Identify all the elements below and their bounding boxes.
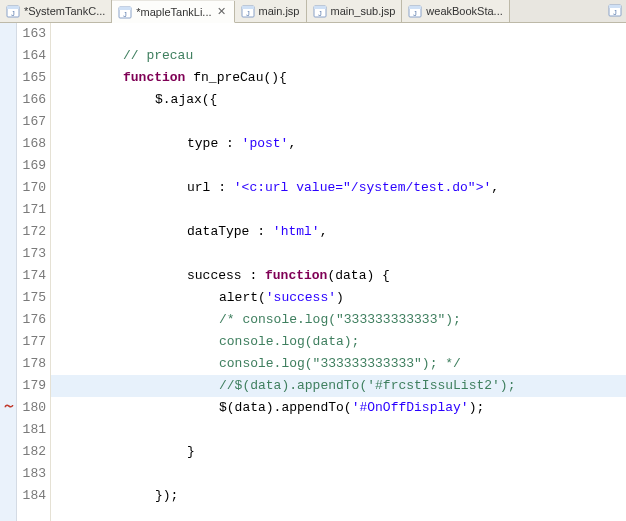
tab-label: weakBookSta... [426, 5, 502, 17]
code-line[interactable] [51, 155, 626, 177]
tab-label: *SystemTankC... [24, 5, 105, 17]
svg-text:J: J [246, 10, 250, 17]
editor-tab[interactable]: J main.jsp [235, 0, 307, 22]
svg-text:J: J [318, 10, 322, 17]
code-token: 'post' [242, 136, 289, 151]
code-line[interactable]: console.log(data); [51, 331, 626, 353]
code-token: 'html' [273, 224, 320, 239]
svg-text:J: J [613, 9, 617, 16]
code-line[interactable] [51, 243, 626, 265]
line-number: 178 [17, 353, 46, 375]
jsp-file-icon: J [6, 4, 20, 18]
line-number: 183 [17, 463, 46, 485]
code-token: success : [187, 268, 265, 283]
line-number: 170 [17, 177, 46, 199]
code-line[interactable]: // precau [51, 45, 626, 67]
code-line[interactable]: url : '<c:url value="/system/test.do">', [51, 177, 626, 199]
line-number: 174 [17, 265, 46, 287]
code-line[interactable] [51, 111, 626, 133]
code-token: 'success' [266, 290, 336, 305]
code-token: //$(data).appendTo('#frcstIssuList2'); [219, 378, 515, 393]
close-tab-icon[interactable]: ✕ [216, 5, 228, 18]
code-token: ) [336, 290, 344, 305]
code-token: '#OnOffDisplay' [352, 400, 469, 415]
jsp-file-icon: J [608, 3, 622, 19]
svg-rect-10 [314, 6, 326, 9]
code-token: ); [469, 400, 485, 415]
line-number: 163 [17, 23, 46, 45]
line-number: 177 [17, 331, 46, 353]
code-line[interactable] [51, 419, 626, 441]
svg-rect-7 [242, 6, 254, 9]
code-line[interactable]: success : function(data) { [51, 265, 626, 287]
line-number: 181 [17, 419, 46, 441]
code-token: $.ajax({ [155, 92, 217, 107]
code-editor[interactable]: ～ 16316416516616716816917017117217317417… [0, 23, 626, 521]
code-token: , [320, 224, 328, 239]
line-number: 180 [17, 397, 46, 419]
editor-tab[interactable]: J *SystemTankC... [0, 0, 112, 22]
code-line[interactable]: function fn_preCau(){ [51, 67, 626, 89]
editor-tab[interactable]: J weakBookSta... [402, 0, 509, 22]
line-number: 184 [17, 485, 46, 507]
line-number-gutter: 1631641651661671681691701711721731741751… [17, 23, 51, 521]
svg-rect-4 [119, 7, 131, 10]
code-token: fn_preCau(){ [185, 70, 286, 85]
editor-tab[interactable]: J main_sub.jsp [307, 0, 403, 22]
code-token: // precau [123, 48, 193, 63]
line-number: 175 [17, 287, 46, 309]
code-token: '<c:url value="/system/test.do">' [234, 180, 491, 195]
line-number: 165 [17, 67, 46, 89]
code-line[interactable]: //$(data).appendTo('#frcstIssuList2'); [51, 375, 626, 397]
code-line[interactable] [51, 199, 626, 221]
line-number: 179 [17, 375, 46, 397]
tab-label: *mapleTankLi... [136, 6, 211, 18]
line-number: 182 [17, 441, 46, 463]
line-number: 167 [17, 111, 46, 133]
code-token: console.log("333333333333"); */ [219, 356, 461, 371]
line-number: 173 [17, 243, 46, 265]
code-token: alert( [219, 290, 266, 305]
code-line[interactable]: $(data).appendTo('#OnOffDisplay'); [51, 397, 626, 419]
svg-rect-13 [409, 6, 421, 9]
change-marker-icon: ～ [2, 397, 16, 415]
code-line[interactable] [51, 463, 626, 485]
tab-label: main_sub.jsp [331, 5, 396, 17]
line-number: 169 [17, 155, 46, 177]
code-token: /* console.log("333333333333"); [219, 312, 461, 327]
line-number: 171 [17, 199, 46, 221]
code-token: , [288, 136, 296, 151]
code-token: $(data).appendTo( [219, 400, 352, 415]
code-line[interactable]: type : 'post', [51, 133, 626, 155]
svg-text:J: J [124, 11, 128, 18]
code-line[interactable]: /* console.log("333333333333"); [51, 309, 626, 331]
jsp-file-icon: J [241, 4, 255, 18]
code-token: dataType : [187, 224, 273, 239]
code-token: function [123, 70, 185, 85]
code-token: url : [187, 180, 234, 195]
marker-gutter: ～ [0, 23, 17, 521]
jsp-file-icon: J [118, 5, 132, 19]
code-line[interactable] [51, 23, 626, 45]
editor-tab[interactable]: J *mapleTankLi...✕ [112, 1, 234, 23]
code-token: (data) { [327, 268, 389, 283]
tab-overflow[interactable]: J [604, 0, 626, 22]
svg-text:J: J [414, 10, 418, 17]
code-line[interactable]: dataType : 'html', [51, 221, 626, 243]
code-area[interactable]: // precaufunction fn_preCau(){$.ajax({ty… [51, 23, 626, 521]
code-line[interactable]: } [51, 441, 626, 463]
code-line[interactable]: }); [51, 485, 626, 507]
code-line[interactable]: $.ajax({ [51, 89, 626, 111]
tab-label: main.jsp [259, 5, 300, 17]
line-number: 176 [17, 309, 46, 331]
svg-text:J: J [11, 10, 15, 17]
editor-tab-bar: J *SystemTankC... J *mapleTankLi...✕ J m… [0, 0, 626, 23]
code-line[interactable]: alert('success') [51, 287, 626, 309]
code-token: type : [187, 136, 242, 151]
jsp-file-icon: J [408, 4, 422, 18]
svg-rect-1 [7, 6, 19, 9]
code-line[interactable]: console.log("333333333333"); */ [51, 353, 626, 375]
code-token: , [491, 180, 499, 195]
svg-rect-16 [609, 5, 621, 8]
line-number: 166 [17, 89, 46, 111]
